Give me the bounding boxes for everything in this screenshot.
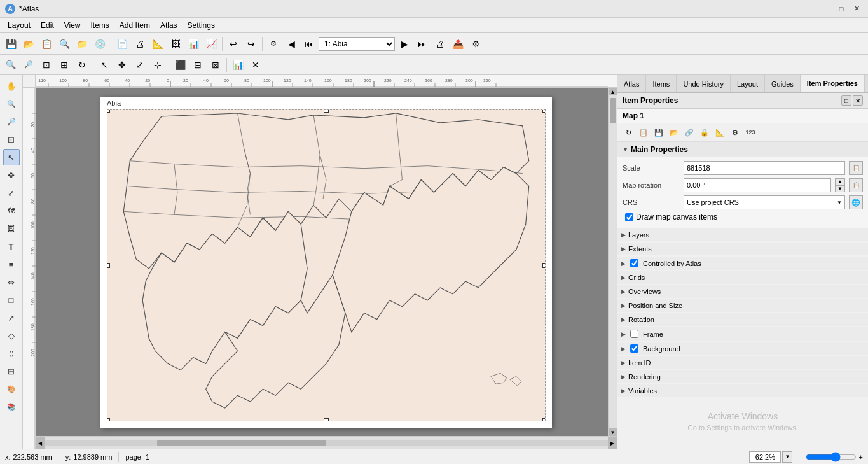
move-content-tool[interactable]: ⤢ <box>3 185 20 201</box>
prop-copy-button[interactable]: 📋 <box>637 125 651 139</box>
atlas-select[interactable]: 1: Abia 2: Adamawa <box>319 37 395 51</box>
scroll-up-button[interactable]: ▲ <box>609 88 617 95</box>
minimize-button[interactable]: – <box>820 3 832 15</box>
add-label-tool[interactable]: T <box>3 238 20 255</box>
add-map-tool[interactable]: 🗺 <box>3 202 20 219</box>
group-button[interactable]: ⊟ <box>189 57 206 73</box>
frame-checkbox[interactable] <box>630 330 638 338</box>
handle-tc[interactable] <box>324 109 329 113</box>
scale-input[interactable] <box>684 161 845 175</box>
menu-layout[interactable]: Layout <box>3 18 36 33</box>
resize-tool[interactable]: ⊹ <box>149 57 166 73</box>
add-arrow-tool[interactable]: ↗ <box>3 309 20 326</box>
delete-button[interactable]: ✕ <box>247 57 264 73</box>
subsection-header-background[interactable]: ▶ Background <box>617 342 868 355</box>
print-button[interactable]: 🖨 <box>132 36 148 52</box>
zoom-page-button[interactable]: ⬛ <box>172 57 188 73</box>
section-header-main[interactable]: ▼ Main Properties <box>617 142 868 157</box>
atlas-config-button[interactable]: ⚙ <box>467 36 484 52</box>
undo-button[interactable]: ↩ <box>225 36 242 52</box>
colors-tool[interactable]: 🎨 <box>3 381 20 397</box>
subsection-header-variables[interactable]: ▶ Variables <box>617 384 868 397</box>
prop-link-button[interactable]: 🔗 <box>682 125 696 139</box>
prop-settings-button[interactable]: ⚙ <box>728 125 742 139</box>
menu-edit[interactable]: Edit <box>36 18 59 33</box>
menu-settings[interactable]: Settings <box>183 18 220 33</box>
duplicate-button[interactable]: 🔍 <box>56 36 72 52</box>
subsection-header-grids[interactable]: ▶ Grids <box>617 271 868 284</box>
prop-lock-button[interactable]: 🔒 <box>698 125 712 139</box>
zoom-fit-button[interactable]: ⊡ <box>38 57 55 73</box>
atlas-print-button[interactable]: 🖨 <box>432 36 448 52</box>
atlas-prev2-button[interactable]: ⏮ <box>301 36 317 52</box>
save-as-button[interactable]: 📋 <box>38 36 55 52</box>
handle-mr[interactable] <box>542 263 546 268</box>
refresh-button[interactable]: ↻ <box>74 57 90 73</box>
panel-scrollable-content[interactable]: ▼ Main Properties Scale 📋 Map rotation <box>617 142 868 449</box>
horizontal-scrollbar[interactable]: ◀ ▶ <box>36 436 617 449</box>
save-button[interactable]: 💾 <box>3 36 19 52</box>
handle-bl[interactable] <box>107 418 110 421</box>
prop-refresh-button[interactable]: ↻ <box>621 125 635 139</box>
pan-tool[interactable]: ✋ <box>3 78 20 94</box>
map-rotation-input[interactable] <box>684 178 831 192</box>
prop-align-button[interactable]: 📐 <box>713 125 727 139</box>
select-tool-left[interactable]: ↖ <box>3 149 20 165</box>
tab-items[interactable]: Items <box>646 75 677 92</box>
export-pdf-button[interactable]: 📊 <box>185 36 202 52</box>
scroll-left-button[interactable]: ◀ <box>36 437 45 449</box>
handle-tr[interactable] <box>542 109 546 113</box>
open-button[interactable]: 📂 <box>20 36 37 52</box>
add-table-tool[interactable]: ⊞ <box>3 363 20 379</box>
zoom-slider[interactable] <box>806 452 857 462</box>
export-svg-button[interactable]: 📈 <box>203 36 219 52</box>
maximize-button[interactable]: □ <box>835 3 848 15</box>
add-legend-tool[interactable]: ≡ <box>3 256 20 272</box>
canvas-content[interactable]: Abia <box>36 88 617 436</box>
rotation-spin-up[interactable]: ▲ <box>835 178 845 185</box>
scroll-right-button[interactable]: ▶ <box>608 437 617 449</box>
tab-undo-history[interactable]: Undo History <box>677 75 731 92</box>
handle-br[interactable] <box>542 418 546 421</box>
move-tool[interactable]: ✥ <box>114 57 130 73</box>
crs-settings-button[interactable]: 🌐 <box>849 195 863 209</box>
handle-ml[interactable] <box>107 263 110 268</box>
atlas-last-button[interactable]: ⏭ <box>414 36 431 52</box>
add-node-tool[interactable]: ◇ <box>3 327 20 344</box>
zoom-select-button[interactable]: ⊞ <box>56 57 72 73</box>
new-button[interactable]: 📄 <box>114 36 130 52</box>
atlas-prev-button[interactable]: ◀ <box>283 36 300 52</box>
menu-add-item[interactable]: Add Item <box>114 18 155 33</box>
zoom-in-tool[interactable]: 🔍 <box>3 95 20 112</box>
redo-button[interactable]: ↪ <box>243 36 259 52</box>
scale-copy-button[interactable]: 📋 <box>849 161 863 175</box>
tab-guides[interactable]: Guides <box>765 75 801 92</box>
vertical-scrollbar[interactable]: ▲ ▼ <box>608 88 617 436</box>
zoom-in-button[interactable]: 🔍 <box>3 57 19 73</box>
prop-save-button[interactable]: 💾 <box>652 125 666 139</box>
tab-atlas[interactable]: Atlas <box>617 75 646 92</box>
subsection-header-atlas[interactable]: ▶ Controlled by Atlas <box>617 257 868 270</box>
atlas-tool[interactable]: 📚 <box>3 398 20 415</box>
zoom-fit-tool[interactable]: ⊡ <box>3 131 20 148</box>
zoom-out-tool[interactable]: 🔎 <box>3 113 20 130</box>
handle-tl[interactable] <box>107 109 110 113</box>
add-shape-tool[interactable]: □ <box>3 292 20 308</box>
menu-view[interactable]: View <box>59 18 86 33</box>
move-item-tool[interactable]: ⤢ <box>132 57 148 73</box>
zoom-input[interactable] <box>749 451 781 463</box>
add-html-tool[interactable]: ⟨⟩ <box>3 345 20 362</box>
zoom-dropdown-button[interactable]: ▼ <box>782 451 792 463</box>
add-scalebar-tool[interactable]: ⇔ <box>3 274 20 290</box>
select-tool[interactable]: ↖ <box>96 57 113 73</box>
open-file-button[interactable]: 📁 <box>74 36 90 52</box>
crs-dropdown[interactable]: Use project CRS ▼ <box>684 195 845 209</box>
tab-layout[interactable]: Layout <box>731 75 765 92</box>
menu-atlas[interactable]: Atlas <box>155 18 183 33</box>
prop-number-button[interactable]: 123 <box>743 125 757 139</box>
subsection-header-frame[interactable]: ▶ Frame <box>617 327 868 341</box>
tab-item-properties[interactable]: Item Properties <box>801 75 865 92</box>
panel-restore-button[interactable]: □ <box>841 95 851 106</box>
subsection-header-rotation[interactable]: ▶ Rotation <box>617 313 868 326</box>
scroll-thumb-h[interactable] <box>157 440 326 446</box>
